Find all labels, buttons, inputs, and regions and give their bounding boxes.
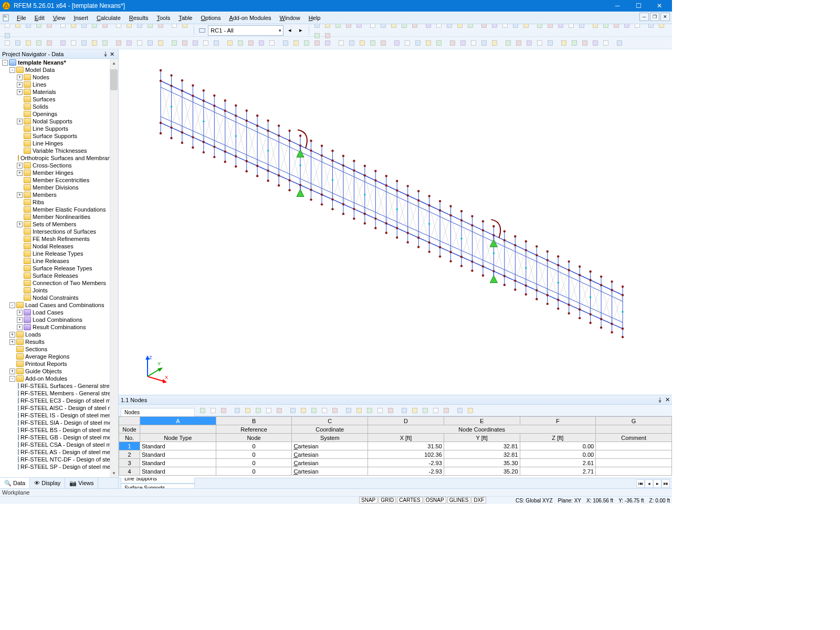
menu-file[interactable]: File: [13, 15, 30, 21]
tab-scroll-last-icon[interactable]: ⏭: [662, 479, 670, 488]
tree-item[interactable]: +Load Combinations: [0, 316, 110, 323]
tree-item[interactable]: Printout Reports: [0, 360, 110, 368]
tree-item[interactable]: Nodal Releases: [0, 243, 110, 250]
tree-item[interactable]: RF-STEEL CSA - Design of steel members a…: [0, 441, 110, 448]
toolbar-icon[interactable]: [319, 405, 330, 416]
menu-view[interactable]: View: [49, 15, 70, 21]
status-chip[interactable]: OSNAP: [424, 497, 446, 503]
toolbar-icon[interactable]: [180, 38, 190, 48]
toolbar-icon[interactable]: [378, 38, 388, 48]
tree-item[interactable]: +Members: [0, 191, 110, 198]
menu-table[interactable]: Table: [174, 15, 196, 21]
toolbar-icon[interactable]: [309, 405, 319, 416]
tree-item[interactable]: Joints: [0, 287, 110, 294]
toolbar-icon[interactable]: [145, 38, 155, 48]
tab-scroll-prev-icon[interactable]: ◂: [645, 479, 653, 488]
tree-item[interactable]: +Guide Objects: [0, 368, 110, 375]
tree-item[interactable]: Surfaces: [0, 96, 110, 103]
close-button[interactable]: ✕: [649, 0, 670, 12]
toolbar-icon[interactable]: [489, 38, 500, 48]
tree-item[interactable]: +Nodal Supports: [0, 118, 110, 125]
status-chip[interactable]: DXF: [471, 497, 486, 503]
toolbar-icon[interactable]: [465, 405, 476, 416]
toolbar-icon[interactable]: [479, 38, 489, 48]
tree-item[interactable]: Average Regions: [0, 353, 110, 360]
tree-item[interactable]: Line Release Types: [0, 250, 110, 257]
tree-item[interactable]: -Model Data: [0, 66, 110, 74]
pin-icon[interactable]: [657, 397, 663, 403]
tree-item[interactable]: RF-STEEL NTC-DF - Design of steel member…: [0, 456, 110, 463]
tree-item[interactable]: RF-STEEL AS - Design of steel members ac…: [0, 448, 110, 456]
toolbar-icon[interactable]: [322, 38, 333, 48]
toolbar-icon[interactable]: [298, 405, 309, 416]
tree-item[interactable]: -template Nexans*: [0, 59, 110, 66]
menu-calculate[interactable]: Calculate: [92, 15, 125, 21]
toolbar-icon[interactable]: [343, 405, 354, 416]
bottom-tab[interactable]: Nodes: [121, 408, 195, 417]
toolbar-icon[interactable]: [124, 38, 134, 48]
toolbar-icon[interactable]: [235, 38, 246, 48]
table-grid[interactable]: ABCDEFGNodeReferenceCoordinateNode Coord…: [119, 416, 672, 478]
status-chip[interactable]: GLINES: [447, 497, 471, 503]
menu-edit[interactable]: Edit: [30, 15, 49, 21]
tree-item[interactable]: +Member Hinges: [0, 169, 110, 176]
status-chip[interactable]: CARTES: [397, 497, 422, 503]
toolbar-icon[interactable]: [243, 405, 253, 416]
toolbar-icon[interactable]: [455, 405, 465, 416]
menu-add-on-modules[interactable]: Add-on Modules: [225, 15, 275, 21]
mdi-close-button[interactable]: ✕: [660, 13, 670, 21]
toolbar-icon[interactable]: [169, 38, 180, 48]
menu-tools[interactable]: Tools: [152, 15, 174, 21]
toolbar-icon[interactable]: [513, 38, 524, 48]
toolbar-icon[interactable]: [468, 38, 479, 48]
toolbar-icon[interactable]: ▸: [296, 25, 306, 36]
toolbar-icon[interactable]: [590, 38, 601, 48]
tree-item[interactable]: Surface Release Types: [0, 265, 110, 272]
tree-item[interactable]: Orthotropic Surfaces and Membranes: [0, 154, 110, 162]
tree-item[interactable]: RF-STEEL BS - Design of steel members ac…: [0, 426, 110, 434]
tree-item[interactable]: +Results: [0, 338, 110, 345]
menu-options[interactable]: Options: [196, 15, 225, 21]
toolbar-icon[interactable]: [559, 38, 569, 48]
toolbar-icon[interactable]: [601, 38, 611, 48]
toolbar-icon[interactable]: [503, 38, 513, 48]
toolbar-icon[interactable]: [274, 405, 285, 416]
toolbar-icon[interactable]: [246, 38, 256, 48]
toolbar-icon[interactable]: [392, 38, 402, 48]
toolbar-icon[interactable]: [225, 38, 235, 48]
tree-item[interactable]: Surface Releases: [0, 272, 110, 279]
tree-item[interactable]: Openings: [0, 110, 110, 118]
loadcase-combo[interactable]: RC1 - All: [208, 25, 284, 36]
tree-item[interactable]: +Loads: [0, 331, 110, 338]
navigator-tree[interactable]: -template Nexans*-Model Data+Nodes+Lines…: [0, 59, 118, 477]
tree-item[interactable]: -Add-on Modules: [0, 375, 110, 382]
toolbar-icon[interactable]: [256, 38, 267, 48]
toolbar-icon[interactable]: [58, 38, 68, 48]
tree-item[interactable]: Surface Supports: [0, 132, 110, 140]
toolbar-icon[interactable]: [385, 405, 396, 416]
tree-item[interactable]: +Sets of Members: [0, 220, 110, 228]
toolbar-icon[interactable]: [301, 38, 312, 48]
toolbar-icon[interactable]: [534, 38, 545, 48]
toolbar-icon[interactable]: [423, 38, 434, 48]
toolbar-icon[interactable]: [197, 25, 207, 36]
toolbar-icon[interactable]: [580, 38, 590, 48]
scrollbar[interactable]: ▲ ▼: [110, 59, 118, 477]
toolbar-icon[interactable]: [211, 38, 222, 48]
toolbar-icon[interactable]: [368, 38, 378, 48]
tree-item[interactable]: RF-STEEL SIA - Design of steel members a…: [0, 419, 110, 426]
tree-item[interactable]: Sections: [0, 345, 110, 353]
tree-item[interactable]: Solids: [0, 103, 110, 110]
tree-item[interactable]: RF-STEEL EC3 - Design of steel members a…: [0, 397, 110, 404]
tree-item[interactable]: RF-STEEL IS - Design of steel members ac…: [0, 412, 110, 419]
toolbar-icon[interactable]: ◂: [285, 25, 295, 36]
toolbar-icon[interactable]: [100, 38, 110, 48]
toolbar-icon[interactable]: [79, 38, 89, 48]
mdi-restore-button[interactable]: ❐: [650, 13, 659, 21]
tree-item[interactable]: Connection of Two Members: [0, 279, 110, 287]
status-chip[interactable]: SNAP: [359, 497, 377, 503]
tree-item[interactable]: -Load Cases and Combinations: [0, 301, 110, 309]
tree-item[interactable]: Variable Thicknesses: [0, 147, 110, 154]
tree-item[interactable]: Intersections of Surfaces: [0, 228, 110, 235]
toolbar-icon[interactable]: [253, 405, 264, 416]
